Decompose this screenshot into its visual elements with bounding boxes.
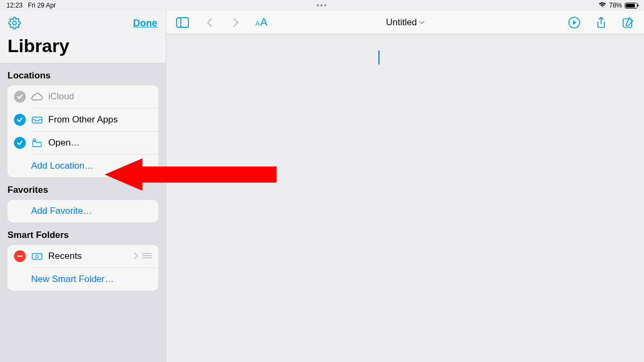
text-size-button[interactable]: AA bbox=[255, 16, 267, 28]
multitask-dots-icon[interactable]: ••• bbox=[317, 1, 328, 10]
location-label: iCloud bbox=[48, 91, 152, 102]
toggle-sidebar-button[interactable] bbox=[175, 15, 190, 30]
check-circle-enabled-icon bbox=[14, 137, 26, 149]
add-favorite-button[interactable]: Add Favorite… bbox=[8, 200, 158, 222]
compose-button[interactable] bbox=[620, 15, 635, 30]
chevron-right-icon bbox=[233, 18, 239, 27]
new-smart-folder-label: New Smart Folder… bbox=[31, 274, 152, 285]
document-title-dropdown[interactable]: Untitled bbox=[386, 17, 425, 28]
remove-circle-icon[interactable] bbox=[14, 250, 26, 262]
document-title: Untitled bbox=[386, 17, 417, 28]
add-favorite-label: Add Favorite… bbox=[31, 206, 92, 216]
chevron-left-icon bbox=[206, 18, 213, 27]
done-button[interactable]: Done bbox=[133, 18, 157, 29]
compose-icon bbox=[622, 17, 634, 28]
smart-folder-label: Recents bbox=[48, 251, 128, 262]
svg-rect-3 bbox=[32, 254, 42, 259]
location-row-other-apps[interactable]: From Other Apps bbox=[31, 108, 158, 131]
share-button[interactable] bbox=[594, 15, 609, 30]
library-title: Library bbox=[0, 32, 166, 63]
nav-forward-button bbox=[229, 15, 244, 30]
chevron-down-icon bbox=[419, 19, 425, 26]
small-a-icon: A bbox=[255, 20, 260, 27]
battery-icon bbox=[625, 3, 638, 9]
document-canvas[interactable] bbox=[166, 34, 644, 362]
svg-rect-8 bbox=[177, 18, 188, 27]
location-row-open[interactable]: A Open… bbox=[31, 131, 158, 154]
wifi-icon bbox=[598, 2, 606, 9]
tray-icon bbox=[31, 115, 43, 124]
settings-button[interactable] bbox=[8, 16, 21, 30]
svg-point-4 bbox=[36, 255, 39, 258]
gear-icon bbox=[8, 17, 21, 30]
battery-percentage: 78% bbox=[609, 2, 622, 9]
editor-pane: AA Untitled bbox=[166, 11, 644, 362]
status-date: Fri 29 Apr bbox=[28, 2, 56, 9]
add-location-label: Add Location… bbox=[31, 161, 152, 171]
share-icon bbox=[596, 17, 606, 28]
chevron-right-icon bbox=[134, 251, 138, 262]
location-row-icloud[interactable]: iCloud bbox=[8, 85, 158, 108]
nav-back-button bbox=[202, 15, 217, 30]
play-circle-icon bbox=[568, 17, 580, 28]
location-label: From Other Apps bbox=[48, 114, 152, 125]
locations-header: Locations bbox=[8, 70, 158, 81]
status-bar: 12:23 Fri 29 Apr ••• 78% bbox=[0, 0, 644, 11]
editor-toolbar: AA Untitled bbox=[166, 11, 644, 34]
play-button[interactable] bbox=[567, 15, 582, 30]
favorites-header: Favorites bbox=[8, 185, 158, 196]
add-location-button[interactable]: Add Location… bbox=[31, 154, 158, 177]
big-a-icon: A bbox=[260, 16, 267, 28]
smart-folder-row-recents[interactable]: Recents bbox=[8, 245, 158, 267]
text-cursor bbox=[378, 50, 379, 64]
cloud-icon bbox=[31, 92, 43, 101]
smart-folder-icon bbox=[31, 252, 43, 260]
smart-folders-header: Smart Folders bbox=[8, 230, 158, 241]
check-circle-disabled-icon bbox=[14, 91, 26, 103]
reorder-handle-icon[interactable] bbox=[142, 251, 152, 262]
sidebar-icon bbox=[176, 17, 189, 28]
location-label: Open… bbox=[48, 137, 152, 148]
status-time: 12:23 bbox=[6, 2, 23, 9]
folder-badge-icon: A bbox=[31, 138, 43, 148]
check-circle-enabled-icon bbox=[14, 114, 26, 126]
library-sidebar: Done Library Locations iCloud bbox=[0, 11, 166, 362]
new-smart-folder-button[interactable]: New Smart Folder… bbox=[31, 267, 158, 291]
